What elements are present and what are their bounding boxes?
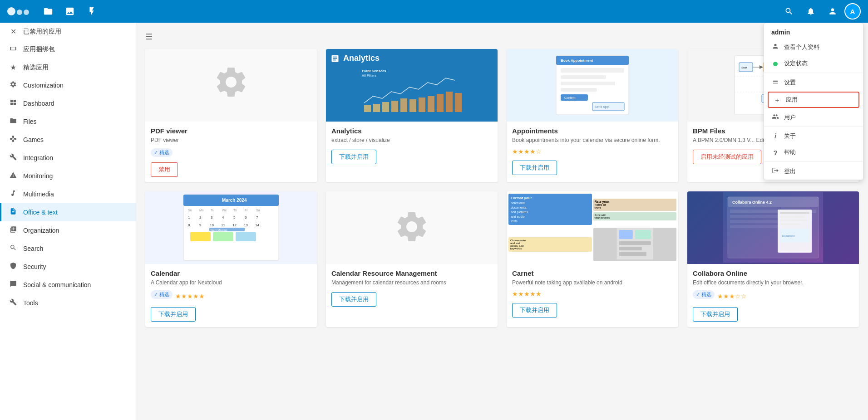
organization-icon (9, 226, 18, 235)
collabora-preview: Collabora Online 4.2 Document (723, 192, 823, 263)
dropdown-app-manage[interactable]: + 应用 (768, 92, 859, 108)
svg-text:All Filters: All Filters (362, 74, 376, 77)
sidebar-item-integration[interactable]: Integration (0, 149, 136, 167)
dropdown-about[interactable]: i 关于 (764, 128, 863, 144)
sidebar-item-customization[interactable]: Customization (0, 76, 136, 94)
svg-text:14: 14 (255, 223, 259, 227)
security-icon (9, 262, 18, 271)
svg-text:Plant Sensors: Plant Sensors (362, 69, 386, 73)
svg-rect-7 (409, 99, 416, 112)
appointments-name: Appointments (512, 127, 673, 135)
svg-rect-4 (382, 102, 389, 112)
analytics-thumb: Analytics Plant Sensors All Filters (326, 49, 498, 122)
calendar-resource-desc: Management for calendar resources and ro… (331, 279, 492, 287)
svg-text:Start: Start (741, 66, 747, 69)
main-content: ☰ PDF viewer PDF viewer ✓ 精选 禁 (136, 23, 868, 420)
app-card-calendar: March 2024 Su Mo Tu We Th Fr Sa 1 2 3 4 (145, 191, 317, 327)
pdf-disable-button[interactable]: 禁用 (151, 162, 178, 177)
sidebar-item-games[interactable]: Games (0, 131, 136, 149)
svg-rect-9 (428, 96, 434, 112)
calendar-info: Calendar A Calendar app for Nextcloud ✓ … (145, 264, 317, 327)
app-card-analytics: Analytics Plant Sensors All Filters (326, 49, 498, 182)
svg-text:Send Appt: Send Appt (595, 105, 609, 109)
analytics-download-button[interactable]: 下载并启用 (331, 150, 376, 164)
logout-icon (771, 167, 779, 176)
svg-text:10: 10 (210, 223, 214, 227)
dropdown-divider-1 (764, 73, 863, 73)
top-navigation: A (0, 0, 868, 23)
analytics-info: Analytics extract / store / visualize 下载… (326, 122, 498, 170)
svg-rect-69 (213, 232, 233, 241)
calendar-preview: March 2024 Su Mo Tu We Th Fr Sa 1 2 3 4 (181, 192, 281, 263)
bpm-enable-button[interactable]: 启用未经测试的应用 (693, 150, 761, 164)
sidebar-item-security[interactable]: Security (0, 258, 136, 276)
dropdown-username: admin (764, 23, 863, 39)
collabora-desc: Edit office documents directly in your b… (693, 279, 853, 287)
app-card-calendar-resource: Calendar Resource Management Management … (326, 191, 498, 327)
appointments-download-button[interactable]: 下载并启用 (512, 161, 557, 175)
dropdown-settings[interactable]: 设置 (764, 74, 863, 91)
svg-rect-76 (619, 252, 646, 256)
collabora-stars: ★★★☆☆ (717, 293, 747, 300)
app-card-collabora: Collabora Online 4.2 Document (687, 191, 859, 327)
appointments-thumb: Book Appointment Confirm Send Appt (507, 49, 678, 122)
sidebar-item-tools[interactable]: Tools (0, 294, 136, 312)
dropdown-view-profile[interactable]: 查看个人资料 (764, 39, 863, 55)
sidebar-item-featured[interactable]: ★ 精选应用 (0, 59, 136, 76)
topnav-right-icons: A (779, 1, 861, 21)
bundles-icon (9, 45, 18, 54)
files-nav-icon[interactable] (38, 1, 58, 21)
sidebar-item-social[interactable]: Social & communication (0, 276, 136, 294)
carnet-download-button[interactable]: 下载并启用 (512, 303, 557, 317)
svg-text:5: 5 (233, 215, 236, 220)
svg-rect-19 (561, 88, 597, 92)
svg-text:Tu: Tu (211, 209, 214, 212)
app-card-pdf-viewer: PDF viewer PDF viewer ✓ 精选 禁用 (145, 49, 317, 182)
dropdown-users[interactable]: 用户 (764, 109, 863, 126)
sidebar-item-monitoring[interactable]: Monitoring (0, 167, 136, 185)
notifications-button[interactable] (801, 1, 821, 21)
calendar-download-button[interactable]: 下载并启用 (151, 307, 196, 322)
dropdown-logout[interactable]: 登出 (764, 163, 863, 180)
carnet-stars: ★★★★★ (512, 290, 673, 298)
analytics-desc: extract / store / visualize (331, 137, 492, 144)
contacts-button[interactable] (823, 1, 843, 21)
svg-rect-74 (619, 241, 651, 245)
sidebar-item-office[interactable]: Office & text (0, 203, 136, 221)
activity-nav-icon[interactable] (82, 1, 102, 21)
sidebar-item-multimedia[interactable]: Multimedia (0, 185, 136, 203)
pdf-viewer-info: PDF viewer PDF viewer ✓ 精选 禁用 (145, 122, 317, 182)
sidebar-item-dashboard[interactable]: Dashboard (0, 94, 136, 112)
games-icon (9, 135, 18, 144)
calendar-resource-info: Calendar Resource Management Management … (326, 264, 498, 312)
sidebar-item-disabled[interactable]: ✕ 已禁用的应用 (0, 23, 136, 40)
menu-toggle[interactable]: ☰ (145, 32, 153, 42)
carnet-note-1: Format your notes and documents, add pic… (508, 194, 592, 225)
svg-text:1: 1 (188, 215, 190, 220)
sidebar-item-bundles[interactable]: 应用捆绑包 (0, 40, 136, 59)
calendar-resource-download-button[interactable]: 下载并启用 (331, 292, 376, 307)
svg-rect-6 (400, 98, 407, 112)
svg-rect-16 (561, 68, 624, 73)
settings-icon (771, 78, 779, 87)
sidebar-item-files[interactable]: Files (0, 112, 136, 131)
sidebar-item-organization[interactable]: Organization (0, 221, 136, 239)
photos-nav-icon[interactable] (60, 1, 80, 21)
sidebar-item-search[interactable]: Search (0, 239, 136, 258)
logo[interactable] (7, 7, 29, 15)
calendar-resource-thumb (326, 191, 498, 264)
carnet-thumb: Format your notes and documents, add pic… (507, 191, 678, 264)
svg-text:Fr: Fr (245, 209, 248, 212)
dropdown-help[interactable]: ? 帮助 (764, 144, 863, 161)
calendar-resource-name: Calendar Resource Management (331, 269, 492, 277)
files-sidebar-icon (9, 117, 18, 126)
dropdown-set-status[interactable]: 设定状态 (764, 55, 863, 72)
search-button[interactable] (779, 1, 799, 21)
user-avatar[interactable]: A (844, 3, 861, 20)
collabora-download-button[interactable]: 下载并启用 (693, 307, 738, 322)
svg-text:3: 3 (211, 215, 213, 220)
svg-text:4: 4 (222, 215, 224, 220)
search-sidebar-icon (9, 244, 18, 253)
svg-text:6: 6 (245, 215, 247, 220)
carnet-note-4 (593, 228, 677, 261)
